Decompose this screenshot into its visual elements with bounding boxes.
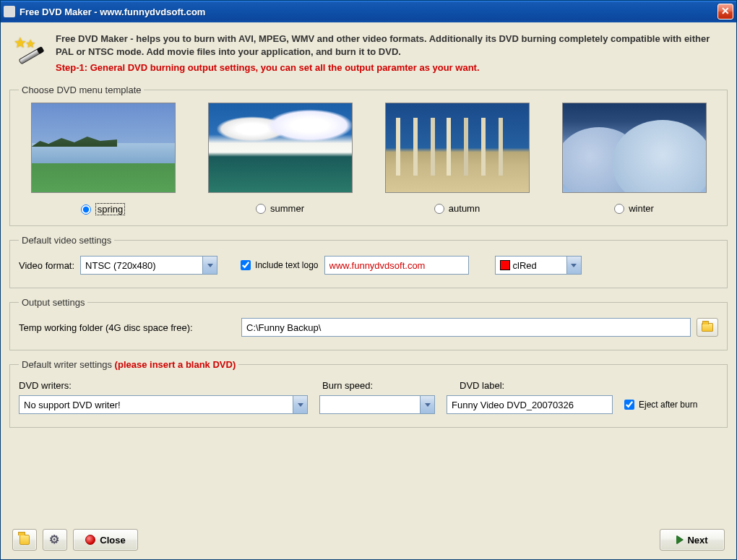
titlebar: Free DVD Maker - www.funnydvdsoft.com ✕	[1, 1, 736, 22]
include-logo-checkbox[interactable]: Include text logo	[241, 260, 318, 270]
thumb-winter	[562, 103, 707, 193]
output-fieldset: Output settings Temp working folder (4G …	[9, 297, 728, 350]
dvd-writers-value: No support DVD writer!	[20, 396, 293, 413]
logo-color-value: clRed	[496, 257, 566, 274]
settings-button[interactable]	[43, 529, 67, 551]
radio-autumn[interactable]: autumn	[434, 203, 480, 214]
radio-winter-input[interactable]	[614, 204, 624, 214]
radio-summer-label: summer	[270, 203, 304, 214]
close-icon	[85, 535, 95, 545]
chevron-down-icon[interactable]	[566, 257, 581, 274]
logo-color-text: clRed	[513, 260, 537, 271]
speed-label: Burn speed:	[322, 380, 431, 391]
writer-fieldset: Default writer settings (please insert a…	[9, 359, 728, 428]
bottom-toolbar: Close Next	[9, 525, 728, 552]
radio-autumn-input[interactable]	[434, 204, 444, 214]
folder-icon	[702, 323, 713, 332]
open-button[interactable]	[12, 529, 37, 551]
template-autumn[interactable]: autumn	[373, 103, 541, 215]
chevron-down-icon[interactable]	[420, 396, 434, 413]
radio-autumn-label: autumn	[449, 203, 480, 214]
writer-legend: Default writer settings (please insert a…	[19, 359, 238, 370]
intro-text: Free DVD Maker - helps you to burn with …	[56, 33, 722, 73]
radio-summer[interactable]: summer	[256, 203, 304, 214]
dvdlabel-label: DVD label:	[460, 380, 504, 391]
temp-folder-label: Temp working folder (4G disc space free)…	[19, 322, 236, 333]
content-area: ★ ★ Free DVD Maker - helps you to burn w…	[1, 22, 736, 559]
thumb-summer	[208, 103, 353, 193]
logo-color-select[interactable]: clRed	[495, 256, 582, 275]
template-list: spring summer autumn	[19, 103, 718, 215]
thumb-spring	[31, 103, 176, 193]
radio-summer-input[interactable]	[256, 204, 266, 214]
radio-winter-label: winter	[629, 203, 654, 214]
include-logo-input[interactable]	[241, 260, 251, 270]
burn-speed-select[interactable]	[319, 395, 435, 414]
writer-legend-main: Default writer settings	[22, 359, 112, 370]
template-summer[interactable]: summer	[196, 103, 364, 215]
window-close-button[interactable]: ✕	[717, 4, 733, 20]
template-legend: Choose DVD menu template	[19, 85, 144, 95]
template-spring[interactable]: spring	[19, 103, 187, 215]
video-fieldset: Default video settings Video format: NTS…	[9, 235, 728, 288]
writer-legend-note: (please insert a blank DVD)	[112, 359, 236, 370]
radio-spring-label: spring	[95, 203, 125, 215]
next-arrow-icon	[676, 535, 683, 544]
color-swatch-icon	[500, 260, 510, 270]
radio-spring[interactable]: spring	[81, 203, 125, 215]
chevron-down-icon[interactable]	[202, 257, 217, 274]
chevron-down-icon[interactable]	[293, 396, 307, 413]
video-legend: Default video settings	[19, 235, 114, 246]
open-folder-icon	[18, 533, 31, 546]
video-format-value: NTSC (720x480)	[81, 257, 202, 274]
main-window: Free DVD Maker - www.funnydvdsoft.com ✕ …	[0, 0, 737, 560]
eject-input[interactable]	[624, 400, 634, 410]
video-format-label: Video format:	[19, 260, 74, 271]
intro-step: Step-1: General DVD burning output setti…	[56, 62, 722, 73]
close-button[interactable]: Close	[73, 529, 138, 551]
template-fieldset: Choose DVD menu template spring summer	[9, 85, 728, 226]
dvd-label-input[interactable]	[447, 395, 613, 414]
close-button-label: Close	[100, 535, 125, 546]
temp-folder-input[interactable]	[241, 318, 691, 337]
radio-winter[interactable]: winter	[614, 203, 654, 214]
dvd-writers-select[interactable]: No support DVD writer!	[19, 395, 308, 414]
logo-text-input[interactable]	[324, 256, 469, 275]
intro-box: ★ ★ Free DVD Maker - helps you to burn w…	[9, 28, 728, 80]
intro-line1: Free DVD Maker - helps you to burn with …	[56, 33, 722, 58]
template-winter[interactable]: winter	[550, 103, 718, 215]
eject-label: Eject after burn	[639, 400, 697, 410]
thumb-autumn	[385, 103, 530, 193]
wizard-icon: ★ ★	[15, 35, 47, 67]
gear-icon	[48, 533, 61, 546]
app-icon	[4, 6, 15, 17]
radio-spring-input[interactable]	[81, 204, 91, 215]
eject-checkbox[interactable]: Eject after burn	[624, 400, 697, 410]
browse-folder-button[interactable]	[697, 318, 718, 337]
include-logo-label: Include text logo	[255, 260, 318, 270]
window-title: Free DVD Maker - www.funnydvdsoft.com	[20, 7, 717, 17]
writers-label: DVD writers:	[19, 380, 293, 391]
next-button[interactable]: Next	[660, 529, 725, 551]
next-button-label: Next	[687, 535, 707, 546]
video-format-select[interactable]: NTSC (720x480)	[80, 256, 217, 275]
burn-speed-value	[320, 396, 420, 413]
output-legend: Output settings	[19, 297, 87, 308]
